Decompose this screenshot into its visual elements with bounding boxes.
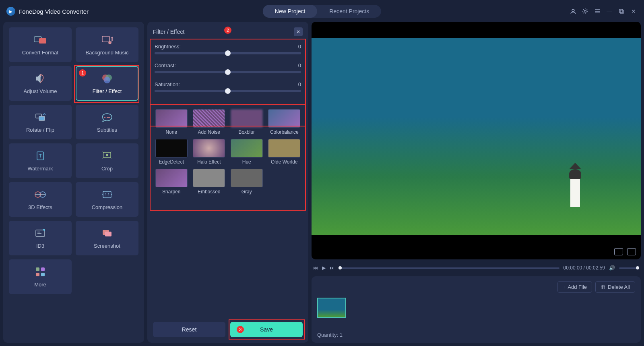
svg-rect-2: [619, 9, 623, 12]
menu-icon[interactable]: [593, 7, 601, 15]
maximize-icon[interactable]: [617, 7, 625, 15]
right-column: ⏮ ▶ ⏭ 00:00:00 / 00:02:59 🔊 +Add File 🗑D…: [312, 22, 641, 343]
svg-rect-25: [41, 267, 45, 271]
background-music-icon: [100, 34, 114, 46]
svg-rect-20: [103, 191, 111, 198]
crop-icon: [100, 150, 114, 162]
volume-slider[interactable]: [619, 267, 639, 269]
tool-watermark[interactable]: T Watermark: [9, 143, 72, 178]
tool-compression[interactable]: Compression: [76, 182, 138, 217]
user-icon[interactable]: [569, 7, 577, 15]
more-icon: [33, 266, 47, 278]
svg-point-11: [104, 77, 110, 83]
svg-point-17: [106, 154, 108, 156]
tool-id3[interactable]: ID3: [9, 221, 72, 255]
app-logo: ▶ FoneDog Video Converter: [6, 7, 89, 16]
lighthouse-scene: [566, 163, 584, 211]
filter-edgedetect[interactable]: EdgeDetect: [155, 139, 188, 165]
filter-embossed[interactable]: Embossed: [192, 169, 226, 195]
tool-more[interactable]: More: [9, 259, 72, 294]
svg-rect-3: [620, 10, 623, 13]
tab-new-project[interactable]: New Project: [263, 5, 317, 18]
preview-frame: [312, 38, 641, 235]
tool-screenshot[interactable]: Screenshot: [76, 221, 138, 255]
svg-point-0: [572, 9, 574, 12]
svg-rect-24: [36, 267, 39, 271]
snapshot-icon[interactable]: [614, 248, 623, 255]
brightness-label: Brightness:: [155, 44, 181, 50]
svg-point-1: [584, 10, 586, 12]
next-button[interactable]: ⏭: [330, 265, 334, 271]
id3-icon: [33, 228, 47, 239]
tool-adjust-volume[interactable]: Adjust Volume: [9, 66, 72, 101]
subtitles-icon: [100, 112, 114, 123]
tool-3d-effects[interactable]: 3D Effects: [9, 182, 72, 217]
svg-rect-13: [39, 116, 45, 120]
filter-effect-panel: Filter / Effect ✕ 2 Brightness:0 Contras…: [147, 22, 308, 343]
close-panel-button[interactable]: ✕: [294, 27, 303, 36]
svg-rect-27: [41, 273, 45, 276]
tool-rotate-flip[interactable]: Rotate / Flip: [9, 105, 72, 139]
watermark-icon: T: [33, 150, 47, 162]
callout-1: 1: [79, 69, 86, 77]
video-preview: [312, 22, 641, 259]
filter-halo-effect[interactable]: Halo Effect: [192, 139, 226, 165]
window-controls: — ✕: [569, 7, 638, 15]
compression-icon: [100, 189, 114, 200]
add-file-button[interactable]: +Add File: [557, 281, 592, 293]
brightness-slider[interactable]: [155, 52, 301, 54]
filter-gray[interactable]: Gray: [230, 169, 264, 195]
saturation-slider[interactable]: [155, 90, 301, 92]
contrast-slider[interactable]: [155, 71, 301, 73]
minimize-icon[interactable]: —: [605, 7, 613, 15]
filter-none[interactable]: None: [155, 109, 188, 135]
titlebar: ▶ FoneDog Video Converter New Project Re…: [3, 3, 641, 19]
filter-olde-worlde[interactable]: Olde Worlde: [268, 139, 301, 165]
plus-icon: +: [563, 284, 566, 290]
tab-recent-projects[interactable]: Recent Projects: [317, 5, 381, 18]
svg-rect-23: [105, 232, 111, 236]
file-thumbnail[interactable]: [317, 298, 346, 318]
tool-background-music[interactable]: Background Music: [76, 27, 138, 62]
rotate-flip-icon: [33, 112, 47, 123]
logo-icon: ▶: [6, 7, 15, 16]
project-tabs: New Project Recent Projects: [263, 5, 381, 18]
saturation-value: 0: [298, 81, 301, 87]
panel-title: Filter / Effect: [153, 29, 184, 35]
svg-rect-21: [36, 230, 45, 236]
tool-convert-format[interactable]: Convert Format: [9, 27, 72, 62]
filter-boxblur[interactable]: Boxblur: [230, 109, 264, 135]
fullscreen-icon[interactable]: [627, 248, 636, 255]
filter-effect-icon: [100, 73, 114, 84]
tool-filter-effect[interactable]: Filter / Effect 1: [76, 66, 138, 101]
close-icon[interactable]: ✕: [630, 7, 638, 15]
tool-subtitles[interactable]: Subtitles: [76, 105, 138, 139]
save-button[interactable]: 3 Save: [230, 322, 303, 337]
contrast-label: Contrast:: [155, 62, 176, 68]
svg-rect-5: [39, 38, 46, 44]
filter-sharpen[interactable]: Sharpen: [155, 169, 188, 195]
contrast-value: 0: [298, 62, 301, 68]
callout-3: 3: [237, 326, 244, 333]
play-button[interactable]: ▶: [322, 265, 326, 271]
svg-text:T: T: [39, 153, 42, 159]
main-area: Convert Format Background Music Adjust V…: [3, 22, 641, 343]
time-display: 00:00:00 / 00:02:59: [564, 265, 605, 271]
gear-icon[interactable]: [581, 7, 589, 15]
tool-sidebar: Convert Format Background Music Adjust V…: [3, 22, 144, 343]
brightness-value: 0: [298, 44, 301, 50]
filter-hue[interactable]: Hue: [230, 139, 264, 165]
app-title: FoneDog Video Converter: [19, 8, 89, 15]
screenshot-icon: [100, 228, 114, 239]
filter-colorbalance[interactable]: Colorbalance: [268, 109, 301, 135]
reset-button[interactable]: Reset: [153, 322, 225, 337]
delete-all-button[interactable]: 🗑Delete All: [595, 281, 635, 293]
progress-bar[interactable]: [339, 267, 559, 269]
trash-icon: 🗑: [601, 284, 606, 290]
volume-icon[interactable]: 🔊: [609, 265, 615, 271]
quantity-label: Quantity: 1: [317, 332, 635, 338]
svg-rect-6: [102, 36, 109, 42]
tool-crop[interactable]: Crop: [76, 143, 138, 178]
prev-button[interactable]: ⏮: [313, 265, 318, 271]
filter-add-noise[interactable]: Add Noise: [192, 109, 226, 135]
